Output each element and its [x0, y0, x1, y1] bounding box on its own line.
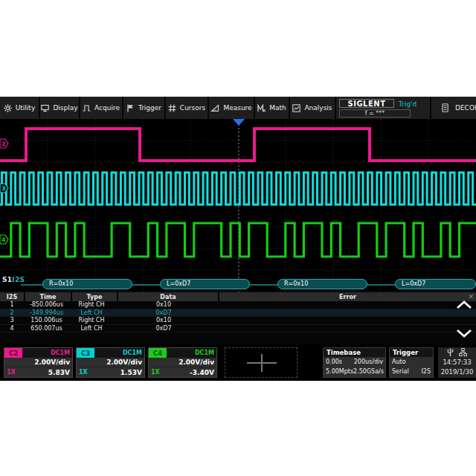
status-bar: C2 DC1M 2.00V/div 1X 5.83V C3 DC1M 2.00V…: [0, 344, 476, 381]
cell-data: 0x10: [114, 301, 213, 309]
cell-error: [213, 325, 476, 332]
add-channel-button[interactable]: [225, 347, 298, 378]
cell-error: [213, 301, 476, 309]
clock-box: 14:57:33 2019/1/30: [438, 347, 476, 378]
menu-math-label: Math: [269, 104, 286, 112]
cell-index: 3: [0, 317, 24, 324]
table-row-selected[interactable]: 2 -349.994us Left CH 0xD7: [0, 309, 476, 318]
cell-time: -850.006us: [24, 301, 69, 309]
decode-bus-label: S1I2S: [2, 276, 25, 283]
decode-list-icon: [442, 103, 448, 112]
pulse-icon: [83, 104, 91, 112]
decoder-protocol-label: I2S: [12, 276, 25, 283]
math-icon: [257, 104, 266, 112]
menu-cursors[interactable]: Cursors: [166, 97, 208, 119]
cell-type: Left CH: [69, 309, 114, 317]
cell-index: 1: [0, 301, 24, 309]
sample-rate: 2.50GSa/s: [353, 368, 384, 375]
timebase-title: Timebase: [324, 348, 385, 357]
menu-display[interactable]: Display: [40, 97, 79, 119]
menu-cursors-label: Cursors: [180, 104, 205, 112]
channel-marker-label: 3: [1, 185, 5, 192]
probe-attenuation: 1X: [7, 369, 16, 376]
coupling-label: DC1M: [123, 350, 142, 356]
channel-box-c4[interactable]: C4 DC1M 2.00V/div 1X -3.40V: [148, 347, 217, 378]
cell-error: [213, 309, 476, 317]
waveform-display: 234: [0, 119, 476, 292]
channel-marker-label: 2: [1, 141, 5, 147]
scroll-up-icon[interactable]: [455, 300, 473, 310]
decode-frame: R=0x10: [42, 279, 132, 289]
c4-waveform: [0, 223, 476, 257]
probe-attenuation: 1X: [79, 369, 88, 376]
decoder-slot-label: S1: [2, 276, 12, 283]
decode-frame: L=0xD7: [160, 279, 250, 289]
table-row[interactable]: 1 -850.006us Right CH 0x10: [0, 301, 476, 309]
table-row[interactable]: 3 150.006us Right CH 0x10: [0, 317, 476, 325]
table-row[interactable]: 4 650.007us Left CH 0xD7: [0, 325, 476, 333]
cell-data: 0xD7: [114, 325, 213, 332]
channel-badge: C2: [4, 348, 22, 358]
siglent-logo: SIGLENT: [339, 99, 394, 108]
c2-waveform: [0, 129, 476, 161]
col-header-time: Time: [25, 292, 71, 301]
menu-display-label: Display: [53, 104, 77, 112]
trigger-title: Trigger: [390, 348, 433, 357]
menu-utility-label: Utility: [16, 104, 35, 112]
col-header-i2s: I2S: [0, 292, 24, 301]
channel-badge: C4: [149, 348, 167, 358]
trigger-type: Serial: [392, 368, 409, 375]
cell-data: 0x10: [114, 317, 213, 324]
set-square-icon: [210, 104, 219, 112]
menu-math[interactable]: Math: [255, 97, 289, 119]
col-header-data: Data: [118, 292, 218, 301]
probe-attenuation: 1X: [151, 369, 160, 376]
oscilloscope-screen: Utility Display Acquire Trigger Cursors …: [0, 97, 476, 381]
channel-offset: 5.83V: [48, 369, 70, 376]
trigger-status-badge: Trig'd: [399, 100, 416, 108]
menu-analysis[interactable]: Analysis: [290, 97, 335, 119]
menu-acquire[interactable]: Acquire: [80, 97, 122, 119]
channel-offset: -3.40V: [190, 369, 214, 376]
decode-result-table: I2S Time Type Data Error 1 -850.006us Ri…: [0, 292, 476, 344]
memory-depth: 5.00Mpts: [326, 368, 353, 375]
channel-box-c2[interactable]: C2 DC1M 2.00V/div 1X 5.83V: [4, 347, 73, 378]
menu-measure-label: Measure: [223, 104, 251, 112]
trigger-position-marker[interactable]: [233, 119, 245, 126]
scroll-down-icon[interactable]: [455, 328, 473, 338]
crosshatch-icon: [168, 104, 176, 112]
menu-trigger-label: Trigger: [138, 104, 161, 112]
chart-icon: [292, 104, 300, 112]
volts-per-div: 2.00V/div: [149, 358, 216, 367]
frequency-readout: f = ***: [339, 109, 411, 118]
timebase-delay: 0.00s: [326, 358, 342, 365]
volts-per-div: 2.00V/div: [4, 358, 72, 367]
cell-type: Right CH: [69, 301, 114, 309]
cell-type: Left CH: [69, 325, 114, 332]
waveform-canvas: 234: [0, 119, 476, 292]
menu-measure[interactable]: Measure: [209, 97, 254, 119]
menu-utility[interactable]: Utility: [0, 97, 39, 119]
menu-acquire-label: Acquire: [94, 104, 120, 112]
volts-per-div: 2.00V/div: [77, 358, 144, 367]
cell-time: -349.994us: [24, 309, 69, 317]
timebase-scale: 200us/div: [354, 358, 383, 365]
trigger-box[interactable]: Trigger Auto Serial I2S: [389, 347, 434, 378]
trigger-bus: I2S: [421, 368, 431, 375]
lan-icon: [459, 348, 467, 356]
brand-area: SIGLENT Trig'd f = ***: [336, 97, 430, 119]
system-date: 2019/1/30: [438, 367, 476, 376]
decode-frame: R=0x10: [277, 279, 367, 289]
channel-box-c3[interactable]: C3 DC1M 2.00V/div 1X 1.53V: [76, 347, 145, 378]
table-header-row: I2S Time Type Data Error: [0, 292, 476, 301]
menu-trigger[interactable]: Trigger: [123, 97, 164, 119]
menu-bar: Utility Display Acquire Trigger Cursors …: [0, 97, 476, 119]
timebase-box[interactable]: Timebase 0.00s 200us/div 5.00Mpts 2.50GS…: [323, 347, 386, 378]
cell-error: [213, 317, 476, 324]
system-time: 14:57:33: [438, 357, 476, 367]
col-header-error: Error: [219, 292, 476, 301]
menu-decode[interactable]: DECODE: [431, 97, 476, 119]
cell-data: 0xD7: [114, 309, 213, 317]
coupling-label: DC1M: [195, 350, 214, 356]
gear-icon: [4, 104, 12, 112]
